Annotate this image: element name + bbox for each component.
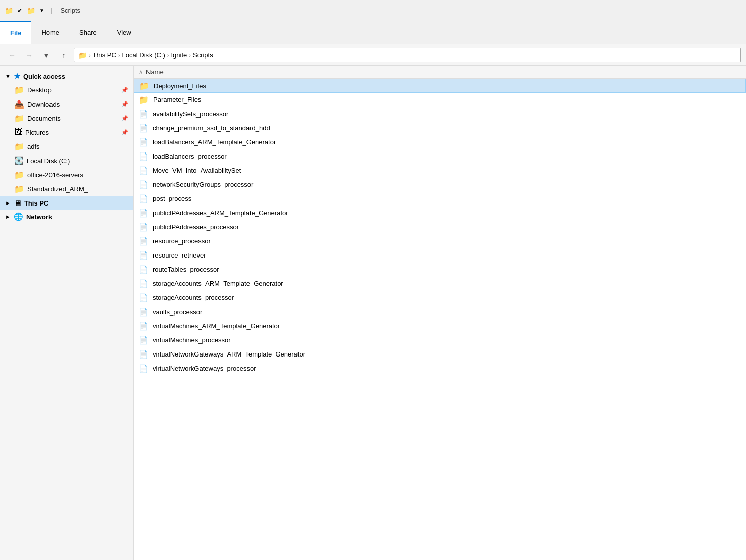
tab-home[interactable]: Home bbox=[31, 21, 69, 44]
file-item-name: publicIPAddresses_processor bbox=[153, 223, 239, 231]
ps1-icon: 📄 bbox=[139, 336, 148, 345]
ps1-icon: 📄 bbox=[139, 209, 148, 218]
folder-icon: 📁 bbox=[4, 6, 13, 15]
sidebar-item-label: Documents bbox=[27, 115, 118, 122]
sidebar-item-label: Desktop bbox=[27, 86, 118, 94]
file-item-name: networkSecurityGroups_processor bbox=[153, 181, 253, 188]
file-item-publicIPAddresses-processor[interactable]: 📄 publicIPAddresses_processor bbox=[134, 220, 746, 234]
computer-icon: 🖥 bbox=[14, 199, 21, 208]
sidebar-item-adfs[interactable]: 📁 adfs bbox=[0, 139, 133, 154]
file-item-networkSecurityGroups[interactable]: 📄 networkSecurityGroups_processor bbox=[134, 178, 746, 192]
address-bar: ← → ▼ ↑ 📁 › This PC › Local Disk (C:) › … bbox=[0, 44, 746, 66]
breadcrumb-folder-icon: 📁 bbox=[78, 51, 87, 59]
up-button[interactable]: ↑ bbox=[57, 48, 71, 62]
file-item-deployment-files[interactable]: 📁 Deployment_Files bbox=[134, 79, 746, 93]
pin-icon: 📌 bbox=[121, 129, 128, 136]
ps1-icon: 📄 bbox=[139, 364, 148, 373]
ps1-icon: 📄 bbox=[139, 251, 148, 260]
file-item-storageAccounts-arm[interactable]: 📄 storageAccounts_ARM_Template_Generator bbox=[134, 277, 746, 291]
file-item-publicIPAddresses-arm[interactable]: 📄 publicIPAddresses_ARM_Template_Generat… bbox=[134, 206, 746, 220]
sidebar-item-standardized-arm[interactable]: 📁 Standardized_ARM_ bbox=[0, 182, 133, 196]
sidebar-item-label: Standardized_ARM_ bbox=[27, 185, 128, 193]
tab-file[interactable]: File bbox=[0, 21, 31, 44]
recent-locations-button[interactable]: ▼ bbox=[39, 48, 54, 62]
sidebar-quick-access-label: Quick access bbox=[23, 73, 65, 80]
file-item-virtualNetworkGateways-processor[interactable]: 📄 virtualNetworkGateways_processor bbox=[134, 362, 746, 376]
network-icon: 🌐 bbox=[14, 212, 23, 221]
sidebar-network-label: Network bbox=[26, 213, 52, 221]
ps1-icon: 📄 bbox=[139, 350, 148, 359]
file-item-name: Deployment_Files bbox=[154, 82, 206, 90]
file-item-name: storageAccounts_processor bbox=[153, 294, 234, 301]
file-list-header: ∧ Name bbox=[134, 66, 746, 79]
file-item-resource-processor[interactable]: 📄 resource_processor bbox=[134, 234, 746, 248]
tab-share[interactable]: Share bbox=[69, 21, 107, 44]
file-item-name: post_process bbox=[153, 195, 191, 202]
folder-icon2: 📁 bbox=[26, 6, 35, 15]
ps1-icon: 📄 bbox=[139, 152, 148, 161]
file-item-parameter-files[interactable]: 📁 Parameter_Files bbox=[134, 93, 746, 107]
sidebar-this-pc-label: This PC bbox=[24, 199, 48, 207]
file-item-storageAccounts-processor[interactable]: 📄 storageAccounts_processor bbox=[134, 291, 746, 305]
file-item-name: virtualNetworkGateways_ARM_Template_Gene… bbox=[153, 350, 305, 358]
breadcrumb-this-pc[interactable]: This PC bbox=[93, 51, 116, 59]
folder-icon: 📁 bbox=[139, 95, 149, 105]
sidebar-section-quick-access[interactable]: ▼ ★ Quick access bbox=[0, 70, 133, 83]
main-layout: ▼ ★ Quick access 📁 Desktop 📌 📥 Downloads… bbox=[0, 66, 746, 560]
breadcrumb-ignite[interactable]: Ignite bbox=[171, 51, 187, 59]
file-item-virtualMachines-processor[interactable]: 📄 virtualMachines_processor bbox=[134, 333, 746, 347]
file-item-loadBalancers-arm[interactable]: 📄 loadBalancers_ARM_Template_Generator bbox=[134, 135, 746, 149]
file-item-loadBalancers-processor[interactable]: 📄 loadBalancers_processor bbox=[134, 149, 746, 164]
file-item-name: availabilitySets_processor bbox=[153, 110, 228, 118]
ps1-icon: 📄 bbox=[139, 223, 148, 232]
ps1-icon: 📄 bbox=[139, 194, 148, 203]
column-name-header[interactable]: Name bbox=[146, 68, 164, 76]
sidebar-section-this-pc[interactable]: ► 🖥 This PC bbox=[0, 196, 133, 210]
ps1-icon: 📄 bbox=[139, 279, 148, 288]
ps1-icon: 📄 bbox=[139, 138, 148, 147]
file-item-availabilitySets[interactable]: 📄 availabilitySets_processor bbox=[134, 107, 746, 121]
dropdown-icon[interactable]: ▼ bbox=[37, 6, 46, 15]
pin-icon: 📌 bbox=[121, 101, 128, 108]
breadcrumb-local-disk[interactable]: Local Disk (C:) bbox=[122, 51, 165, 59]
file-item-name: change_premium_ssd_to_standard_hdd bbox=[153, 124, 270, 132]
chevron-right-icon: ► bbox=[5, 200, 11, 206]
file-item-virtualNetworkGateways-arm[interactable]: 📄 virtualNetworkGateways_ARM_Template_Ge… bbox=[134, 347, 746, 362]
sidebar-item-pictures[interactable]: 🖼 Pictures 📌 bbox=[0, 125, 133, 139]
file-item-resource-retriever[interactable]: 📄 resource_retriever bbox=[134, 248, 746, 263]
file-item-name: Move_VM_Into_AvailabilitySet bbox=[153, 167, 241, 174]
file-list: ∧ Name 📁 Deployment_Files 📁 Parameter_Fi… bbox=[134, 66, 746, 560]
sort-arrow-icon: ∧ bbox=[139, 69, 143, 75]
sidebar-item-label: adfs bbox=[27, 143, 128, 150]
sidebar-item-documents[interactable]: 📁 Documents 📌 bbox=[0, 111, 133, 125]
folder-icon: 📁 bbox=[14, 184, 24, 194]
file-item-virtualMachines-arm[interactable]: 📄 virtualMachines_ARM_Template_Generator bbox=[134, 319, 746, 333]
ps1-icon: 📄 bbox=[139, 237, 148, 246]
file-item-move-vm[interactable]: 📄 Move_VM_Into_AvailabilitySet bbox=[134, 164, 746, 178]
sidebar-item-office-2016[interactable]: 📁 office-2016-servers bbox=[0, 168, 133, 182]
download-icon: 📥 bbox=[14, 99, 24, 109]
file-item-post-process[interactable]: 📄 post_process bbox=[134, 192, 746, 206]
chevron-down-icon: ▼ bbox=[5, 73, 11, 79]
breadcrumb-scripts[interactable]: Scripts bbox=[193, 51, 213, 59]
sidebar-item-label: Pictures bbox=[25, 129, 118, 136]
file-item-change-premium[interactable]: 📄 change_premium_ssd_to_standard_hdd bbox=[134, 121, 746, 135]
sidebar-item-desktop[interactable]: 📁 Desktop 📌 bbox=[0, 83, 133, 97]
sidebar-item-label: office-2016-servers bbox=[27, 171, 128, 179]
file-item-name: resource_processor bbox=[153, 237, 211, 245]
file-item-routeTables-processor[interactable]: 📄 routeTables_processor bbox=[134, 263, 746, 277]
pictures-icon: 🖼 bbox=[14, 128, 22, 137]
drive-icon: 💽 bbox=[14, 156, 24, 165]
sidebar-item-label: Downloads bbox=[27, 100, 118, 108]
forward-button[interactable]: → bbox=[22, 48, 36, 62]
back-button[interactable]: ← bbox=[5, 48, 19, 62]
file-item-name: storageAccounts_ARM_Template_Generator bbox=[153, 280, 283, 287]
file-item-name: vaults_processor bbox=[153, 308, 202, 316]
sidebar-item-downloads[interactable]: 📥 Downloads 📌 bbox=[0, 97, 133, 111]
sidebar-section-network[interactable]: ► 🌐 Network bbox=[0, 210, 133, 223]
title-bar: 📁 ✔ 📁 ▼ | Scripts bbox=[0, 0, 746, 21]
file-item-vaults-processor[interactable]: 📄 vaults_processor bbox=[134, 305, 746, 319]
file-item-name: virtualNetworkGateways_processor bbox=[153, 365, 256, 372]
tab-view[interactable]: View bbox=[107, 21, 141, 44]
sidebar-item-local-disk[interactable]: 💽 Local Disk (C:) bbox=[0, 154, 133, 168]
